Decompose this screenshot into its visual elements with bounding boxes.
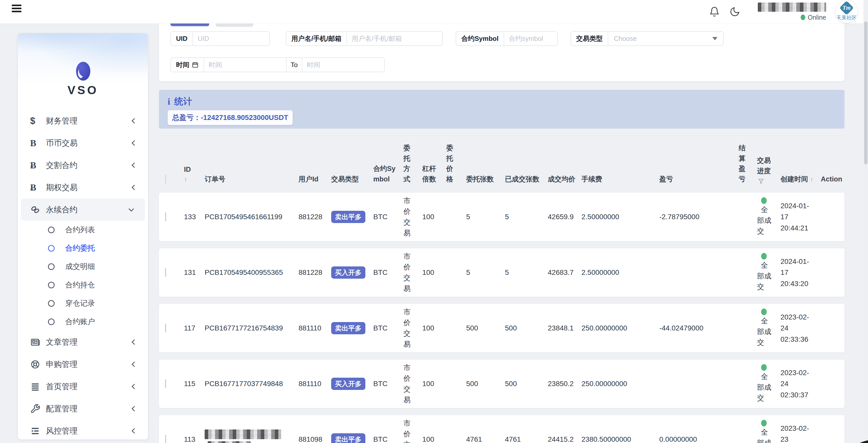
trade-type-filter-group: 交易类型 Choose <box>570 31 723 46</box>
cell-filled-count: 500 <box>500 378 543 389</box>
total-profit-badge: 总盈亏：-12427168.90523000USDT <box>167 110 293 125</box>
dark-mode-moon-icon[interactable] <box>729 6 740 18</box>
sidebar-subitem-contract-orders[interactable]: 合约委托 <box>18 239 148 257</box>
header-created-at[interactable]: 创建时间↑ <box>775 174 816 185</box>
cell-filled-count: 4761 <box>500 434 543 443</box>
statistics-panel: i 统计 总盈亏：-12427168.90523000USDT <box>159 90 844 129</box>
user-input[interactable] <box>347 32 442 45</box>
trade-type-badge: 卖出平多 <box>331 211 365 223</box>
sidebar-subitem-contract-list[interactable]: 合约列表 <box>18 221 148 239</box>
circle-icon <box>48 227 55 233</box>
header-entrust-mode: 委托方式 <box>399 143 419 184</box>
cell-profit: -2.78795000 <box>652 212 732 222</box>
statistics-title: i 统计 <box>167 95 192 107</box>
cell-entrust-mode: 市价交易 <box>399 418 419 443</box>
cell-filled-count: 5 <box>500 267 543 278</box>
sidebar-item-spot-trade[interactable]: B 币币交易 <box>18 132 148 154</box>
indent-stream-icon <box>30 426 46 436</box>
time-to-input[interactable] <box>302 58 384 72</box>
time-from-input[interactable] <box>204 58 286 72</box>
sidebar-subitem-contract-accounts[interactable]: 合约账户 <box>18 313 148 331</box>
cell-progress: 全部成交 <box>750 364 775 404</box>
row-checkbox[interactable] <box>165 435 166 443</box>
time-label: 时间 <box>171 58 204 72</box>
user-label: 用户名/手机/邮箱 <box>286 32 347 45</box>
sidebar: VSO $ 财务管理 B 币币交易 Ƀ 交割合约 Ƀ 期权交易 <box>18 33 148 439</box>
cell-symbol: BTC <box>369 323 399 334</box>
online-status: Online <box>801 14 826 21</box>
search-button-partial[interactable] <box>170 24 209 26</box>
cell-created-at: 2024-01-17 20:43:20 <box>775 256 816 289</box>
header-select-all <box>165 174 180 185</box>
cell-order-no: PCB1705495400955365 <box>199 267 294 278</box>
progress-status-dot <box>761 253 767 259</box>
sidebar-item-homepage-management[interactable]: 首页管理 <box>18 375 148 398</box>
chevron-left-icon <box>132 384 137 389</box>
notifications-bell-icon[interactable] <box>709 6 720 18</box>
table-header: ID↑ 订单号 用户Id 交易类型 合约Symbol 委托方式 杠杆倍数 委托价… <box>159 138 844 189</box>
cell-avg-price: 23848.1 <box>543 323 577 334</box>
header-progress[interactable]: 交易进度 <box>750 155 775 184</box>
header-order-no: 订单号 <box>199 174 294 185</box>
trade-type-label: 交易类型 <box>571 32 608 45</box>
sidebar-item-article-management[interactable]: 文章管理 <box>18 331 148 353</box>
cell-created-at: 2023-02-24 02:30:37 <box>775 367 816 400</box>
sidebar-item-subscription-management[interactable]: 申购管理 <box>18 353 148 375</box>
reset-button-partial[interactable] <box>216 24 253 26</box>
sidebar-item-risk-management[interactable]: 风控管理 <box>18 420 148 439</box>
chain-link-icon <box>30 205 46 215</box>
uid-label: UID <box>171 32 193 45</box>
sort-asc-icon: ↑ <box>810 175 813 185</box>
cell-profit: 0.00000000 <box>652 434 732 443</box>
cell-entrust-mode: 市价交易 <box>399 362 419 405</box>
trade-type-badge: 买入开多 <box>331 378 365 390</box>
cell-progress: 全部成交 <box>750 420 775 443</box>
select-all-checkbox[interactable] <box>165 175 166 184</box>
row-checkbox[interactable] <box>165 379 166 388</box>
bitcoin-icon: Ƀ <box>30 182 46 193</box>
header-fee: 手续费 <box>577 174 652 185</box>
circle-icon <box>48 300 55 307</box>
dollar-icon: $ <box>30 116 46 126</box>
uid-input[interactable] <box>193 32 270 45</box>
caret-down-icon <box>712 37 717 40</box>
sidebar-subitem-contract-positions[interactable]: 合约持仓 <box>18 276 148 294</box>
sidebar-item-options-trade[interactable]: Ƀ 期权交易 <box>18 176 148 198</box>
symbol-input[interactable] <box>504 32 557 45</box>
cell-fee: 2380.50000000 <box>577 434 652 443</box>
hamburger-menu-icon[interactable] <box>12 5 22 15</box>
filter-funnel-icon[interactable] <box>758 178 764 184</box>
sort-asc-icon: ↑ <box>184 175 187 185</box>
cell-trade-type: 买入开多 <box>327 378 369 390</box>
header-id[interactable]: ID↑ <box>180 164 199 184</box>
sidebar-item-perpetual-contract[interactable]: 永续合约 <box>21 198 145 221</box>
avatar[interactable]: Tm 天美社区 <box>835 1 858 23</box>
row-checkbox[interactable] <box>165 268 166 277</box>
row-checkbox[interactable] <box>165 323 166 333</box>
cell-order-no: PCB1705495461661199 <box>199 212 294 222</box>
page-scrollbar-thumb[interactable] <box>864 22 867 164</box>
trade-type-select[interactable]: Choose <box>608 32 723 45</box>
cell-avg-price: 23850.2 <box>543 378 577 389</box>
filter-panel: UID 用户名/手机/邮箱 合约Symbol 交易类型 Choose 时间 To <box>159 24 844 81</box>
cell-entrust-mode: 市价交易 <box>399 307 419 350</box>
redacted-block <box>205 430 281 439</box>
top-bar: Online Tm 天美社区 <box>0 0 868 24</box>
sidebar-subitem-liquidation-records[interactable]: 穿仓记录 <box>18 294 148 313</box>
row-checkbox[interactable] <box>165 212 166 221</box>
header-avg-price: 成交均价 <box>543 174 577 185</box>
sidebar-item-delivery-contract[interactable]: Ƀ 交割合约 <box>18 154 148 176</box>
sidebar-subitem-trade-details[interactable]: 成交明细 <box>18 257 148 276</box>
table-row: 113 881098 卖出平多 BTC 市价交易 100 4761 4761 2… <box>159 415 844 443</box>
cell-id: 131 <box>180 267 199 278</box>
cell-avg-price: 42683.7 <box>543 267 577 278</box>
lifebuoy-icon <box>30 359 46 370</box>
cell-trade-type: 卖出平多 <box>327 433 369 443</box>
table-row: 115 PCB1677177037749848 881110 买入开多 BTC … <box>159 359 844 408</box>
sidebar-item-finance[interactable]: $ 财务管理 <box>18 110 148 132</box>
brand-logo-icon <box>73 61 93 81</box>
bitcoin-icon: Ƀ <box>30 160 46 171</box>
coin-b-icon: B <box>30 138 46 149</box>
cell-user-id: 881228 <box>294 267 327 278</box>
sidebar-item-config-management[interactable]: 配置管理 <box>18 398 148 420</box>
